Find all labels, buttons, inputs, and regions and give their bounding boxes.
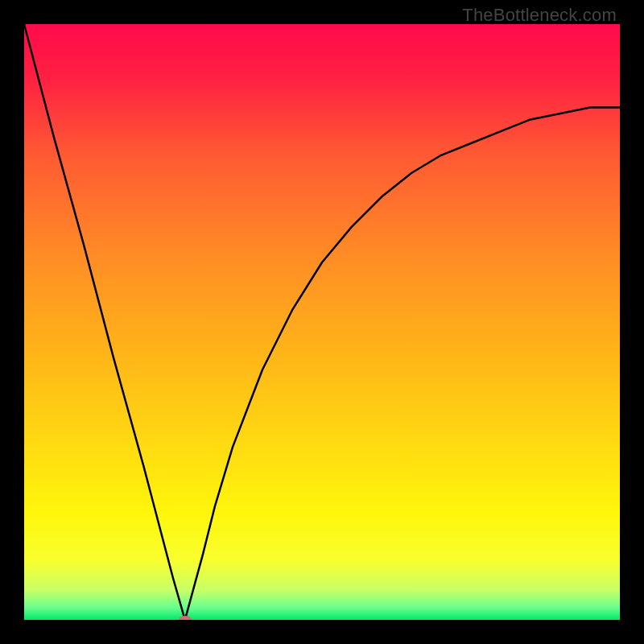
bottleneck-curve [24, 24, 620, 620]
watermark-text: TheBottleneck.com [462, 5, 617, 26]
plot-area [24, 24, 620, 620]
minimum-marker-icon [179, 616, 192, 620]
curve-layer [24, 24, 620, 620]
chart-frame: TheBottleneck.com [0, 0, 644, 644]
